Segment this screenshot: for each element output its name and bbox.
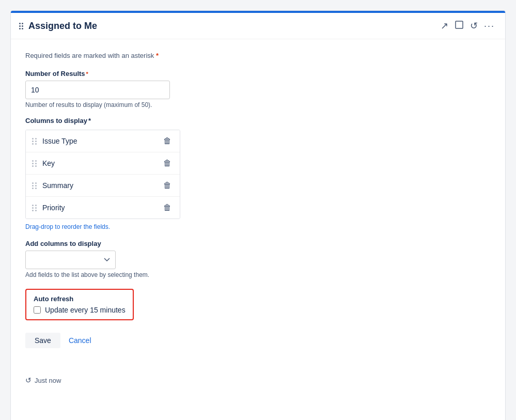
add-columns-label: Add columns to display — [25, 240, 491, 247]
auto-refresh-row: Update every 15 minutes — [34, 306, 126, 314]
trash-icon-key: 🗑 — [163, 159, 171, 167]
columns-asterisk: * — [88, 117, 91, 125]
auto-refresh-title: Auto refresh — [34, 295, 126, 303]
columns-list: Issue Type 🗑 Key — [25, 130, 180, 219]
cancel-button[interactable]: Cancel — [67, 333, 93, 348]
drag-drop-note: Drag-drop to reorder the fields. — [25, 223, 491, 230]
header: Assigned to Me ↗ ↺ ··· — [11, 13, 505, 39]
drag-handle-issue-type[interactable] — [32, 138, 37, 145]
drag-handle-key[interactable] — [32, 160, 37, 167]
more-options-icon[interactable]: ··· — [484, 21, 495, 32]
auto-refresh-checkbox[interactable] — [34, 306, 41, 314]
column-item-summary: Summary 🗑 — [26, 175, 180, 197]
number-of-results-label: Number of Results * — [25, 70, 491, 77]
save-button[interactable]: Save — [25, 333, 60, 348]
drag-handle-icon[interactable] — [19, 23, 23, 29]
column-item-key: Key 🗑 — [26, 152, 180, 175]
auto-refresh-label[interactable]: Update every 15 minutes — [45, 306, 126, 314]
add-columns-select[interactable]: Assignee Status Created Updated — [25, 251, 116, 269]
collapse-icon[interactable]: ↗ — [441, 20, 448, 32]
columns-to-display-group: Columns to display * Issue Type — [25, 117, 491, 230]
delete-priority-button[interactable]: 🗑 — [161, 202, 174, 213]
button-row: Save Cancel — [25, 333, 491, 348]
delete-key-button[interactable]: 🗑 — [161, 158, 174, 169]
number-of-results-input[interactable] — [25, 81, 170, 99]
drag-handle-priority[interactable] — [32, 205, 37, 211]
column-item-issue-type: Issue Type 🗑 — [26, 130, 180, 152]
trash-icon-priority: 🗑 — [163, 203, 171, 212]
add-columns-group: Add columns to display Assignee Status C… — [25, 240, 491, 278]
number-of-results-group: Number of Results * Number of results to… — [25, 70, 491, 108]
header-left: Assigned to Me — [19, 21, 97, 32]
number-of-results-hint: Number of results to display (maximum of… — [25, 101, 491, 108]
trash-icon: 🗑 — [163, 136, 171, 145]
delete-summary-button[interactable]: 🗑 — [161, 180, 174, 191]
refresh-header-icon[interactable]: ↺ — [470, 20, 478, 32]
column-name-summary: Summary — [42, 181, 73, 190]
expand-icon[interactable] — [455, 20, 464, 32]
content: Required fields are marked with an aster… — [11, 39, 505, 376]
auto-refresh-section: Auto refresh Update every 15 minutes — [25, 289, 134, 320]
header-actions: ↗ ↺ ··· — [441, 20, 495, 32]
drag-handle-summary[interactable] — [32, 182, 37, 189]
column-name-key: Key — [42, 159, 55, 167]
last-updated-text: Just now — [35, 377, 61, 384]
number-asterisk: * — [86, 71, 88, 77]
trash-icon-summary: 🗑 — [163, 181, 171, 190]
footer-refresh-icon: ↺ — [25, 376, 32, 384]
required-note: Required fields are marked with an aster… — [25, 52, 491, 59]
footer: ↺ Just now — [11, 376, 505, 395]
widget-title: Assigned to Me — [28, 21, 97, 32]
required-asterisk: * — [156, 52, 159, 59]
columns-to-display-label: Columns to display * — [25, 117, 491, 125]
delete-issue-type-button[interactable]: 🗑 — [161, 135, 174, 147]
widget-container: Assigned to Me ↗ ↺ ··· Required fields a… — [10, 10, 506, 420]
column-name-issue-type: Issue Type — [42, 137, 77, 145]
add-columns-hint: Add fields to the list above by selectin… — [25, 271, 491, 278]
column-item-priority: Priority 🗑 — [26, 197, 180, 219]
svg-rect-0 — [456, 21, 463, 28]
column-name-priority: Priority — [42, 204, 65, 212]
